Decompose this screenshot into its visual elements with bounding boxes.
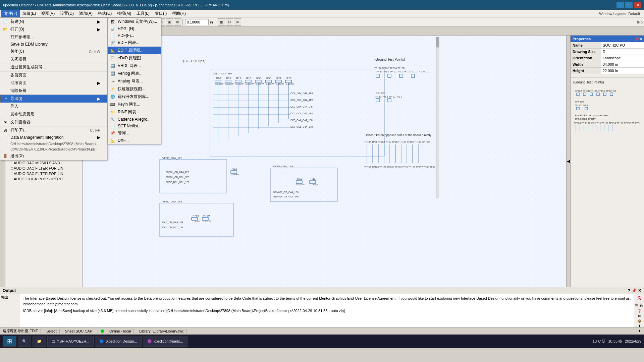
file-menu-section-5: 👁 文件查看器 (0, 118, 107, 126)
edif-netlist-icon: 🔗 (110, 40, 116, 46)
pdf-icon: 📄 (110, 33, 116, 39)
menu-import[interactable]: 导入 (0, 103, 107, 110)
windows-element-icon: 🖼 (110, 19, 116, 25)
menu-gen-symbol[interactable]: 通过管脚生成符号... (0, 63, 107, 71)
menu-export[interactable]: ↗ 导出(I) ▶ (0, 95, 107, 103)
open-arrow: ▶ (97, 27, 100, 32)
quick-connect-icon: ⚡ (110, 86, 116, 92)
verilog-icon: 🔤 (110, 71, 116, 77)
export-vhdl[interactable]: 🔤 VHDL 网表... (108, 62, 161, 70)
restore-arrow: ▶ (97, 81, 100, 85)
export-verilog[interactable]: 🔤 Verilog 网表... (108, 70, 161, 77)
menu-open[interactable]: 📂 打开(O) ▶ (0, 25, 107, 33)
menu-print[interactable]: 🖨 打印(P)... Ctrl+P (0, 126, 107, 134)
remote-dev-icon: 🌐 (110, 94, 116, 100)
file-menu-recent: C:\Users\Administrator\Desktop\27898 (Ma… (0, 141, 107, 152)
export-edif-netlist[interactable]: 🔗 EDIF 网表... (108, 39, 161, 47)
file-menu-section-2: 通过管脚生成符号... (0, 63, 107, 71)
new-icon: 📄 (2, 19, 8, 25)
export-windows-element[interactable]: 🖼 Windows 元文件(W)... (108, 18, 161, 25)
export-quick-connect[interactable]: ⚡ 快速连接视图... (108, 85, 161, 93)
close-shortcut: Ctrl+W (82, 50, 100, 54)
new-arrow: ▶ (97, 19, 100, 24)
hpgl-icon: 📊 (110, 26, 116, 32)
export-rinf[interactable]: 📁 RINF 网表... (108, 108, 161, 116)
file-menu-section-exit: 🚪 退出(X) (0, 152, 107, 160)
menu-save-edm[interactable]: Save to EDM Library (0, 41, 107, 48)
open-icon: 📂 (2, 26, 8, 33)
menu-exit[interactable]: 🚪 退出(X) (0, 152, 107, 160)
file-menu-section-6: 🖨 打印(P)... Ctrl+P Data Management Integr… (0, 126, 107, 141)
export-hpgl[interactable]: 📊 HPGL(H)... (108, 25, 161, 32)
edxd-icon: 📋 (110, 55, 116, 61)
export-guanjiao[interactable]: 📌 管脚... (108, 129, 161, 137)
menu-open-ref[interactable]: 打开参考项... (0, 33, 107, 41)
export-edxd-schematic[interactable]: 📋 eDxD 原理图... (108, 54, 161, 62)
file-menu-section-1: 📄 新建(N) ▶ 📂 打开(O) ▶ 打开参考项... Save to EDM… (0, 18, 107, 63)
export-cadence-allegro[interactable]: 🔧 Cadence Allegro... (108, 116, 161, 123)
menu-close[interactable]: 关闭(C) Ctrl+W (0, 48, 107, 55)
export-pdf[interactable]: 📄 PDF(F)... (108, 32, 161, 39)
rinf-icon: 📁 (110, 109, 116, 115)
menu-file-viewer[interactable]: 👁 文件查看器 (0, 118, 107, 126)
export-dxf[interactable]: 📐 DXF... (108, 137, 161, 144)
dm-arrow: ▶ (97, 135, 100, 140)
export-arrow: ▶ (97, 97, 100, 101)
export-remote-dev[interactable]: 🌐 远程开发数据库... (108, 93, 161, 101)
menu-dm-integration[interactable]: Data Management Integration ▶ (0, 134, 107, 141)
analog-icon: 〰 (110, 78, 116, 84)
edif-schem-icon: 📐 (110, 48, 116, 54)
recent-file-2[interactable]: C:\WDIR\EEVX.2.8\DxProjects\Project4\Pro… (0, 146, 107, 152)
allegro-icon: 🔧 (110, 116, 116, 122)
close-doc-icon (2, 49, 8, 55)
menu-backup-page[interactable]: 备份页面 (0, 71, 107, 79)
menu-new[interactable]: 📄 新建(N) ▶ (0, 18, 107, 25)
dxf-icon: 📐 (110, 137, 116, 143)
print-shortcut: Ctrl+P (83, 128, 100, 132)
menu-publish-dynamic[interactable]: 发布动态复用... (0, 110, 107, 118)
recent-file-1[interactable]: C:\Users\Administrator\Desktop\27898 (Ma… (0, 141, 107, 146)
print-icon: 🖨 (2, 127, 8, 133)
menu-restore-page[interactable]: 回滚页面 ▶ (0, 79, 107, 87)
vhdl-icon: 🔤 (110, 63, 116, 69)
export-analog[interactable]: 〰 Analog 网表... (108, 77, 161, 85)
viewer-icon: 👁 (2, 119, 8, 125)
sct-icon: 📑 (110, 123, 116, 129)
export-icon: ↗ (2, 96, 8, 102)
exit-icon: 🚪 (2, 153, 8, 159)
export-submenu: 🖼 Windows 元文件(W)... 📊 HPGL(H)... 📄 PDF(F… (107, 17, 161, 144)
export-edif-schematic[interactable]: 📐 EDIF 原理图... (108, 47, 161, 54)
export-keyin[interactable]: ⌨ Keyin 网表... (108, 101, 161, 108)
guanjiao-icon: 📌 (110, 130, 116, 136)
keyin-icon: ⌨ (110, 102, 116, 108)
file-menu: 📄 新建(N) ▶ 📂 打开(O) ▶ 打开参考项... Save to EDM… (0, 17, 107, 160)
file-menu-section-3: 备份页面 回滚页面 ▶ 清除备份 (0, 71, 107, 95)
file-menu-section-4: ↗ 导出(I) ▶ 导入 发布动态复用... (0, 95, 107, 118)
menu-clear-backup[interactable]: 清除备份 (0, 87, 107, 95)
export-sct-netlist[interactable]: 📑 SCT Netlist... (108, 123, 161, 129)
dropdown-overlay: 📄 新建(N) ▶ 📂 打开(O) ▶ 打开参考项... Save to EDM… (0, 0, 644, 362)
menu-close-project[interactable]: 关闭项目 (0, 55, 107, 63)
